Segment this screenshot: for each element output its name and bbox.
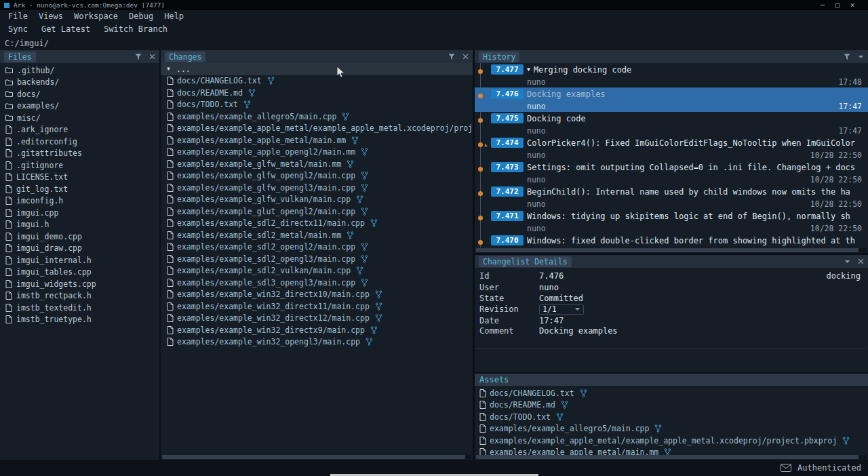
changed-file-row[interactable]: examples/example_glfw_vulkan/main.cpp: [161, 194, 473, 206]
changed-file-row[interactable]: examples/example_glut_opengl2/main.cpp: [161, 205, 473, 218]
asset-row[interactable]: docs/README.md: [475, 399, 868, 412]
commit-row[interactable]: 7.473Settings: omit outputing Collapsed=…: [475, 161, 868, 185]
file-tree-item[interactable]: examples/: [0, 100, 159, 113]
asset-row[interactable]: docs/CHANGELOG.txt: [475, 387, 868, 399]
revision-select[interactable]: 1/1: [539, 304, 584, 315]
changes-root-row[interactable]: ▼...: [161, 63, 473, 75]
minimize-button[interactable]: ─: [821, 1, 825, 9]
file-tree-item[interactable]: imstb_truetype.h: [0, 314, 159, 326]
asset-row[interactable]: examples/example_allegro5/main.cpp: [475, 423, 868, 435]
changed-file-row[interactable]: examples/example_apple_metal/example_app…: [161, 123, 473, 135]
changed-file-row[interactable]: examples/example_win32_opengl3/main.cpp: [161, 336, 473, 349]
changed-file-row[interactable]: examples/example_sdl2_opengl2/main.cpp: [161, 241, 473, 254]
file-icon: [479, 401, 486, 409]
commit-row[interactable]: 7.472BeginChild(): Internal name used by…: [475, 185, 868, 210]
assets-header[interactable]: Assets: [475, 374, 868, 386]
changed-file-row[interactable]: examples/example_win32_directx9/main.cpp: [161, 324, 473, 336]
toolbar-button-sync[interactable]: Sync: [1, 24, 35, 34]
file-tree-item[interactable]: .ark_ignore: [0, 124, 159, 136]
changed-file-row[interactable]: examples/example_sdl2_metal/main.mm: [161, 229, 473, 241]
file-tree-item[interactable]: imconfig.h: [0, 195, 159, 207]
changed-file-row[interactable]: examples/example_apple_metal/main.mm: [161, 134, 473, 146]
file-tree-item[interactable]: imgui_draw.cpp: [0, 243, 159, 255]
close-icon[interactable]: [462, 54, 469, 60]
file-tree-item[interactable]: LICENSE.txt: [0, 172, 159, 184]
menu-workspace[interactable]: Workspace: [68, 12, 123, 21]
changeset-badge[interactable]: 7.471: [491, 211, 524, 221]
chevron-down-icon[interactable]: [844, 259, 850, 264]
file-tree-item[interactable]: imstb_textedit.h: [0, 302, 159, 314]
commit-row[interactable]: 7.476Docking examplesnuno17:47: [475, 87, 868, 112]
filter-icon[interactable]: [135, 54, 142, 60]
file-tree-item[interactable]: backends/: [0, 77, 159, 89]
commit-row[interactable]: 7.477▼Merging docking codenuno17:48: [475, 63, 868, 87]
asset-row[interactable]: examples/example_apple_metal/example_app…: [475, 435, 868, 447]
menu-views[interactable]: Views: [33, 12, 68, 21]
file-tree-item[interactable]: docs/: [0, 88, 159, 100]
commit-row[interactable]: 7.471Windows: tidying up skipitems logic…: [475, 210, 868, 234]
file-tree-item[interactable]: imstb_rectpack.h: [0, 290, 159, 302]
envelope-icon[interactable]: [781, 464, 791, 472]
changed-file-row[interactable]: examples/example_apple_opengl2/main.mm: [161, 146, 473, 159]
file-tree-item[interactable]: misc/: [0, 112, 159, 124]
commit-row[interactable]: 7.470Windows: fixed double-clicked borde…: [475, 234, 868, 247]
filter-icon[interactable]: [448, 54, 455, 60]
changed-file-row[interactable]: examples/example_win32_directx12/main.cp…: [161, 313, 473, 325]
changed-file-row[interactable]: docs/CHANGELOG.txt: [161, 75, 473, 87]
close-icon[interactable]: [149, 54, 155, 60]
changeset-badge[interactable]: 7.474: [491, 138, 524, 148]
file-tree-item[interactable]: .editorconfig: [0, 136, 159, 148]
expander-icon: ▼: [167, 66, 173, 72]
titlebar[interactable]: Ark - nuno@ark-vcs.com:Omega:dev [7477] …: [0, 0, 868, 10]
file-tree-item[interactable]: .gitattributes: [0, 148, 159, 160]
changed-file-row[interactable]: examples/example_sdl2_opengl3/main.cpp: [161, 253, 473, 265]
commit-row[interactable]: 7.475Docking codenuno17:47: [475, 112, 868, 136]
file-tree-item[interactable]: imgui.cpp: [0, 207, 159, 219]
file-tree-item[interactable]: imgui_tables.cpp: [0, 266, 159, 279]
file-tree-item[interactable]: imgui_demo.cpp: [0, 231, 159, 243]
history-hscrollbar[interactable]: [476, 248, 867, 252]
changed-file-row[interactable]: examples/example_glfw_opengl2/main.cpp: [161, 170, 473, 182]
branch-icon: [356, 266, 363, 275]
asset-row[interactable]: examples/example_apple_metal/main.mm: [475, 447, 868, 456]
changeset-badge[interactable]: 7.476: [491, 89, 524, 99]
changes-hscrollbar[interactable]: [162, 455, 471, 459]
changed-file-row[interactable]: examples/example_glfw_metal/main.mm: [161, 158, 473, 170]
chevron-down-icon[interactable]: [858, 54, 864, 60]
changed-file-row[interactable]: examples/example_glfw_opengl3/main.cpp: [161, 182, 473, 194]
scrollbar-thumb[interactable]: [476, 455, 859, 459]
assets-hscrollbar[interactable]: [476, 455, 867, 459]
changed-file-row[interactable]: docs/README.md: [161, 87, 473, 99]
menu-help[interactable]: Help: [159, 12, 189, 21]
commit-row[interactable]: ▲7.474ColorPicker4(): Fixed ImGuiColorEd…: [475, 136, 868, 161]
close-button[interactable]: ×: [850, 1, 854, 9]
asset-row[interactable]: docs/TODO.txt: [475, 411, 868, 423]
menu-file[interactable]: File: [3, 12, 33, 21]
file-tree-item[interactable]: imgui.h: [0, 219, 159, 231]
menu-debug[interactable]: Debug: [123, 12, 159, 21]
changeset-badge[interactable]: 7.473: [491, 162, 524, 172]
changed-file-row[interactable]: examples/example_sdl2_vulkan/main.cpp: [161, 265, 473, 277]
file-tree-item[interactable]: .gitignore: [0, 159, 159, 172]
scrollbar-thumb[interactable]: [476, 248, 859, 252]
changeset-badge[interactable]: 7.475: [491, 113, 524, 123]
toolbar-button-get-latest[interactable]: Get Latest: [35, 24, 97, 34]
changed-file-row[interactable]: examples/example_sdl2_directx11/main.cpp: [161, 218, 473, 230]
changed-file-row[interactable]: examples/example_sdl3_opengl3/main.cpp: [161, 277, 473, 289]
file-tree-item[interactable]: imgui_internal.h: [0, 254, 159, 266]
changeset-badge[interactable]: 7.470: [491, 235, 524, 245]
close-icon[interactable]: [858, 258, 864, 264]
changed-file-row[interactable]: examples/example_win32_directx11/main.cp…: [161, 300, 473, 313]
file-tree-item[interactable]: imgui_widgets.cpp: [0, 278, 159, 290]
changeset-badge[interactable]: 7.472: [491, 186, 524, 197]
maximize-button[interactable]: □: [835, 1, 840, 9]
changed-file-row[interactable]: docs/TODO.txt: [161, 99, 473, 111]
scrollbar-thumb[interactable]: [162, 455, 465, 459]
toolbar-button-switch-branch[interactable]: Switch Branch: [97, 24, 174, 34]
file-tree-item[interactable]: git_log.txt: [0, 183, 159, 195]
changed-file-row[interactable]: examples/example_allegro5/main.cpp: [161, 111, 473, 123]
changed-file-row[interactable]: examples/example_win32_directx10/main.cp…: [161, 289, 473, 301]
changeset-badge[interactable]: 7.477: [491, 64, 524, 75]
file-tree-item[interactable]: .github/: [0, 64, 159, 77]
filter-icon[interactable]: [844, 54, 850, 60]
